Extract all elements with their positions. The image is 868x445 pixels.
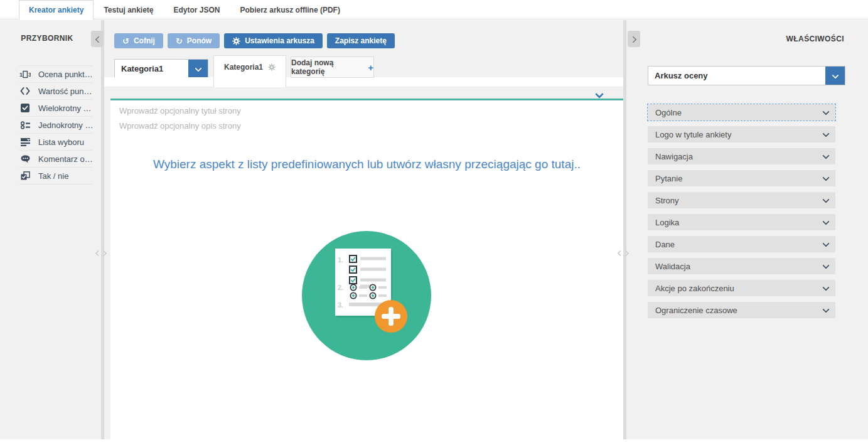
category-select-dropdown-button[interactable] (188, 60, 208, 78)
properties-title: WŁAŚCIWOŚCI (786, 35, 844, 43)
page-description-input[interactable]: Wprowadź opcjonalny opis strony (119, 121, 241, 131)
toolbox-panel: PRZYBORNIK 13 Ocena punkt… Wartość pun… (0, 20, 101, 439)
chevron-down-icon (823, 285, 829, 291)
tab-content-strip (104, 77, 623, 87)
properties-section-logika[interactable]: Logika (648, 214, 835, 230)
category-tab-kategoria1[interactable]: Kategoria1 (213, 55, 286, 87)
chevron-down-icon (823, 307, 829, 313)
toolbox-item-label: Tak / nie (38, 171, 68, 181)
sheet-settings-button[interactable]: Ustawienia arkusza (224, 33, 323, 48)
properties-section-walidacja[interactable]: Walidacja (648, 258, 835, 274)
toolbox-item-label: Lista wyboru (38, 137, 84, 147)
chevron-down-icon (823, 175, 829, 181)
section-label: Ograniczenie czasowe (655, 306, 823, 315)
top-tab-bar: Kreator ankiety Testuj ankietę Edytor JS… (0, 0, 868, 19)
properties-section-logo[interactable]: Logo w tytule ankiety (648, 126, 835, 142)
toolbox-item-label: Ocena punkt… (38, 70, 93, 79)
chevron-down-icon (823, 131, 829, 137)
category-tab-label: Kategoria1 (224, 63, 263, 72)
survey-creator-app: Kreator ankiety Testuj ankietę Edytor JS… (0, 0, 868, 445)
undo-button[interactable]: ↺ Cofnij (114, 33, 163, 48)
properties-section-akcje-po-zakonczeniu[interactable]: Akcje po zakończeniu (648, 280, 835, 296)
properties-section-strony[interactable]: Strony (648, 192, 835, 208)
save-survey-button[interactable]: Zapisz ankietę (327, 33, 395, 48)
redo-icon: ↻ (176, 37, 183, 45)
workspace: PRZYBORNIK 13 Ocena punkt… Wartość pun… (0, 20, 868, 439)
chevron-down-icon (832, 73, 839, 79)
undo-icon: ↺ (122, 37, 129, 45)
chevron-down-icon (823, 197, 829, 203)
toolbox-item-label: Komentarz o… (38, 154, 93, 164)
tab-label: Testuj ankietę (104, 6, 153, 14)
toolbox-item-comment[interactable]: Komentarz o… (19, 151, 92, 168)
chevron-down-icon (823, 263, 829, 269)
collapse-right-panel-button[interactable] (628, 31, 640, 47)
chevron-left-icon (94, 36, 100, 42)
properties-panel: WŁAŚCIWOŚCI Arkusz oceny Ogólne Logo w t… (626, 20, 868, 439)
tab-pobierz-arkusz-offline-pdf[interactable]: Pobierz arkusz offline (PDF) (230, 0, 350, 19)
survey-page: Wprowadź opcjonalny tytuł strony Wprowad… (110, 100, 623, 439)
rating-icon: 13 (19, 70, 31, 78)
svg-text:1: 1 (19, 72, 23, 78)
toolbox-item-rating[interactable]: 13 Ocena punkt… (19, 66, 92, 83)
chevron-right-icon (102, 250, 107, 255)
properties-section-ograniczenie-czasowe[interactable]: Ograniczenie czasowe (648, 302, 835, 318)
chevron-down-icon (823, 109, 829, 115)
drop-zone-illustration: 1. (300, 229, 433, 362)
radiogroup-icon (19, 121, 31, 129)
gear-icon[interactable] (268, 63, 276, 71)
svg-text:1.: 1. (338, 256, 343, 264)
survey-illustration-icon: 1. (300, 229, 433, 362)
redo-button[interactable]: ↻ Ponów (168, 33, 220, 48)
section-label: Logika (655, 218, 823, 227)
selected-element-dropdown-button[interactable] (825, 67, 845, 85)
chevron-down-icon (823, 241, 829, 247)
section-label: Akcje po zakończeniu (655, 284, 823, 293)
chevron-down-icon (823, 153, 829, 159)
section-label: Pytanie (655, 174, 823, 183)
toolbox-item-dropdown[interactable]: Lista wyboru (19, 134, 92, 151)
category-select[interactable]: Kategoria1 (114, 59, 208, 78)
properties-section-nawigacja[interactable]: Nawigacja (648, 148, 835, 164)
page-collapse-button[interactable] (596, 88, 602, 100)
save-survey-label: Zapisz ankietę (335, 36, 387, 45)
toolbox-item-checkbox[interactable]: Wielokrotny … (19, 100, 92, 117)
plus-icon: + (368, 63, 373, 72)
chevron-left-icon (616, 250, 621, 255)
add-category-label: Dodaj nową kategorię (291, 58, 364, 76)
toolbox-item-radiogroup[interactable]: Jednokrotny … (19, 117, 92, 134)
chevron-right-icon (631, 36, 637, 42)
gear-icon (232, 37, 240, 45)
tab-edytor-json[interactable]: Edytor JSON (164, 0, 230, 19)
chevron-down-icon (823, 219, 829, 225)
svg-text:2.: 2. (338, 284, 343, 291)
boolean-icon (19, 171, 31, 180)
chevron-left-icon (94, 250, 99, 255)
tab-kreator-ankiety[interactable]: Kreator ankiety (19, 0, 94, 19)
properties-section-pytanie[interactable]: Pytanie (648, 170, 835, 186)
dropdown-icon (19, 138, 31, 146)
properties-section-ogolne[interactable]: Ogólne (648, 104, 835, 121)
svg-text:3.: 3. (338, 301, 343, 309)
right-splitter-handle[interactable] (616, 250, 629, 255)
properties-section-dane[interactable]: Dane (648, 236, 835, 252)
undo-label: Cofnij (134, 36, 155, 45)
tab-testuj-ankiete[interactable]: Testuj ankietę (94, 0, 163, 19)
category-select-value: Kategoria1 (115, 64, 188, 73)
section-label: Dane (655, 240, 823, 249)
tab-label: Kreator ankiety (29, 6, 83, 14)
toolbox-item-boolean[interactable]: Tak / nie (19, 168, 92, 185)
selected-element-select[interactable]: Arkusz oceny (648, 66, 845, 85)
add-category-tab[interactable]: Dodaj nową kategorię + (291, 56, 374, 78)
tab-label: Pobierz arkusz offline (PDF) (240, 6, 340, 14)
collapse-left-panel-button[interactable] (91, 31, 104, 47)
left-splitter-handle[interactable] (94, 250, 107, 255)
toolbox-title: PRZYBORNIK (0, 34, 94, 43)
page-title-input[interactable]: Wprowadź opcjonalny tytuł strony (119, 106, 241, 115)
empty-page-message: Wybierz aspekt z listy predefiniowanych … (110, 156, 623, 173)
chevron-down-icon (596, 91, 602, 97)
comment-icon (19, 155, 31, 163)
toolbox-item-value[interactable]: Wartość pun… (19, 83, 92, 100)
chevron-right-icon (624, 250, 629, 255)
checkbox-icon (19, 104, 31, 112)
